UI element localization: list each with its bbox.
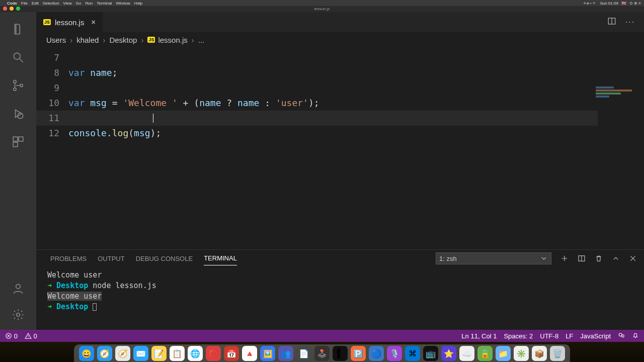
dock-app-trash[interactable]: 🗑️ — [550, 346, 565, 361]
dock-app-app2[interactable]: ☁️ — [459, 346, 474, 361]
zoom-window-icon[interactable] — [16, 7, 20, 11]
status-ln-col[interactable]: Ln 11, Col 1 — [461, 332, 497, 340]
status-spaces[interactable]: Spaces: 2 — [504, 332, 533, 340]
svg-point-8 — [16, 284, 21, 289]
panel-tab-output[interactable]: OUTPUT — [98, 252, 124, 265]
tab-close-icon[interactable]: × — [91, 18, 95, 26]
bottom-panel: PROBLEMS OUTPUT DEBUG CONSOLE TERMINAL 1… — [36, 249, 644, 330]
mac-menu-bar: Code File Edit Selection View Go Run Ter… — [0, 0, 644, 6]
dock-app-finder[interactable]: 😀 — [79, 346, 94, 361]
dock-app-dashboard[interactable]: 🕹️ — [314, 346, 330, 361]
terminal-body[interactable]: Welcome user➜ Desktop node lesson.jsWelc… — [36, 267, 644, 330]
search-icon[interactable] — [11, 50, 25, 64]
code-editor[interactable]: 7 8 9 10 11 12 var name; var msg = 'Welc… — [36, 47, 644, 249]
status-feedback-icon[interactable] — [618, 332, 625, 340]
dock-app-vscode[interactable]: ⌘ — [405, 346, 420, 361]
status-encoding[interactable]: UTF-8 — [540, 332, 558, 340]
menu-file[interactable]: File — [21, 1, 28, 6]
activity-bar — [0, 12, 36, 330]
settings-gear-icon[interactable] — [11, 308, 25, 322]
window-title: lesson.js — [0, 6, 644, 12]
account-icon[interactable] — [11, 282, 25, 296]
dock-app-postman[interactable]: 🅿️ — [351, 346, 366, 361]
dock-app-preview[interactable]: 🖼️ — [260, 346, 275, 361]
menubar-clock: Sun 01:09 — [600, 1, 618, 6]
panel-tab-debug-console[interactable]: DEBUG CONSOLE — [136, 252, 193, 265]
status-bar: 0 0 Ln 11, Col 1 Spaces: 2 UTF-8 LF Java… — [0, 330, 644, 342]
macos-dock: 😀🧭🧭✉️📝📋🌐⭕📅🔺🖼️👥📄🕹️▌🅿️🔵🎙️⌘📺⭐☁️🔒📁✳️📦🗑️ — [74, 344, 570, 362]
status-bell-icon[interactable] — [632, 332, 639, 340]
dock-app-notes[interactable]: 📝 — [151, 346, 167, 361]
dock-app-safari2[interactable]: 🧭 — [115, 346, 130, 361]
svg-point-14 — [622, 334, 624, 337]
menubar-misc: ⊙ ⊕ ≡ — [629, 1, 641, 6]
svg-point-1 — [14, 80, 16, 83]
tab-lesson-js[interactable]: JS lesson.js × — [36, 12, 103, 32]
tab-filename: lesson.js — [55, 18, 84, 27]
status-icons: ◎ ⊕ ⋯ ᯤ — [584, 1, 597, 6]
breadcrumb-seg-0[interactable]: Users — [46, 36, 66, 44]
debug-icon[interactable] — [11, 107, 25, 121]
dock-app-drc[interactable]: 📅 — [224, 346, 239, 361]
maximize-panel-icon[interactable] — [612, 254, 620, 262]
minimize-window-icon[interactable] — [10, 7, 14, 11]
breadcrumb-file[interactable]: lesson.js — [158, 36, 187, 44]
panel-tab-problems[interactable]: PROBLEMS — [50, 252, 87, 265]
close-window-icon[interactable] — [3, 7, 7, 11]
dock-app-gdrive[interactable]: 🔺 — [242, 346, 257, 361]
macos-dock-area: 😀🧭🧭✉️📝📋🌐⭕📅🔺🖼️👥📄🕹️▌🅿️🔵🎙️⌘📺⭐☁️🔒📁✳️📦🗑️ — [0, 342, 644, 362]
menu-window[interactable]: Window — [116, 1, 130, 6]
dock-app-chrome[interactable]: 🌐 — [188, 346, 203, 361]
editor-more-icon[interactable]: ··· — [625, 18, 635, 27]
window-traffic-lights[interactable] — [3, 7, 20, 11]
status-warnings[interactable]: 0 — [25, 332, 37, 340]
panel-tab-bar: PROBLEMS OUTPUT DEBUG CONSOLE TERMINAL 1… — [36, 250, 644, 267]
svg-point-3 — [20, 84, 23, 86]
explorer-icon[interactable] — [11, 22, 25, 36]
dock-app-slack[interactable]: ✳️ — [514, 346, 529, 361]
dock-app-opera[interactable]: ⭕ — [206, 346, 221, 361]
dock-app-tv[interactable]: 📺 — [423, 346, 438, 361]
tab-bar: JS lesson.js × ··· — [36, 12, 644, 32]
dock-app-teams[interactable]: 👥 — [278, 346, 293, 361]
dock-app-app3[interactable]: 📦 — [532, 346, 547, 361]
svg-rect-6 — [19, 137, 23, 141]
breadcrumb-seg-1[interactable]: khaled — [76, 36, 99, 44]
menu-view[interactable]: View — [63, 1, 72, 6]
status-eol[interactable]: LF — [566, 332, 573, 340]
dock-app-lock[interactable]: 🔒 — [477, 346, 493, 361]
dock-app-mail[interactable]: ✉️ — [133, 346, 148, 361]
dock-app-folder[interactable]: 📁 — [496, 346, 511, 361]
svg-rect-7 — [13, 142, 18, 147]
source-control-icon[interactable] — [11, 78, 25, 93]
code-content[interactable]: var name; var msg = 'Welcome ' + (name ?… — [68, 50, 644, 249]
dock-app-reminders[interactable]: 📋 — [170, 346, 185, 361]
panel-tab-terminal[interactable]: TERMINAL — [204, 251, 237, 265]
menu-help[interactable]: Help — [134, 1, 142, 6]
terminal-selector[interactable]: 1: zsh — [436, 252, 551, 264]
dock-app-podcast[interactable]: 🎙️ — [387, 346, 402, 361]
menu-edit[interactable]: Edit — [32, 1, 39, 6]
extensions-icon[interactable] — [11, 135, 25, 149]
split-editor-icon[interactable] — [607, 17, 616, 28]
status-language[interactable]: JavaScript — [580, 332, 611, 340]
new-terminal-icon[interactable] — [560, 254, 569, 262]
dock-app-sublime[interactable]: 📄 — [296, 346, 311, 361]
menu-terminal[interactable]: Terminal — [97, 1, 112, 6]
menu-app-name[interactable]: Code — [7, 1, 17, 6]
dock-app-terminal[interactable]: ▌ — [333, 346, 348, 361]
close-panel-icon[interactable] — [629, 254, 637, 262]
dock-app-imovie[interactable]: ⭐ — [441, 346, 456, 361]
svg-point-9 — [17, 313, 20, 317]
menu-go[interactable]: Go — [76, 1, 82, 6]
breadcrumb-seg-2[interactable]: Desktop — [109, 36, 137, 44]
menu-selection[interactable]: Selection — [43, 1, 59, 6]
breadcrumb[interactable]: Users› khaled› Desktop› JS lesson.js› ..… — [36, 32, 644, 47]
dock-app-app1[interactable]: 🔵 — [369, 346, 384, 361]
menu-run[interactable]: Run — [85, 1, 93, 6]
breadcrumb-tail[interactable]: ... — [198, 36, 205, 44]
status-errors[interactable]: 0 — [5, 332, 18, 340]
split-terminal-icon[interactable] — [578, 254, 586, 262]
dock-app-safari[interactable]: 🧭 — [97, 346, 112, 361]
kill-terminal-icon[interactable] — [595, 254, 603, 262]
